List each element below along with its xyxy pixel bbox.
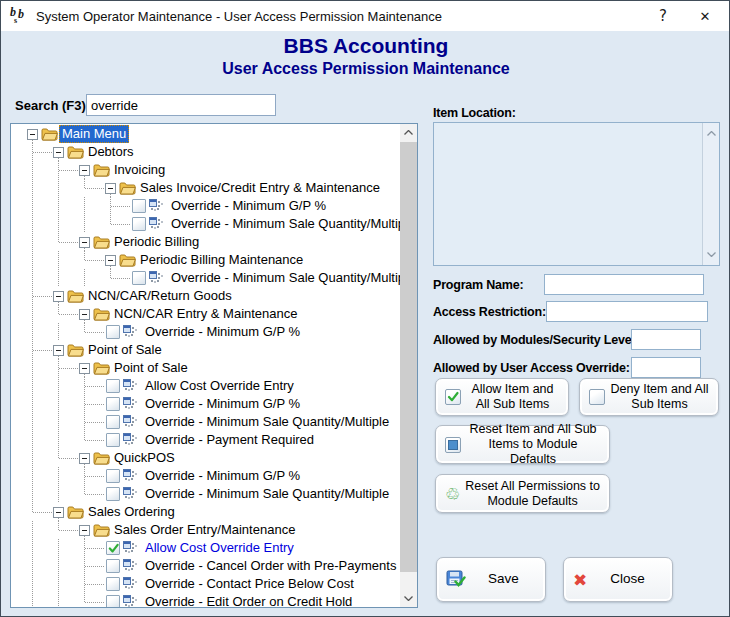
scrollbar-thumb[interactable]	[400, 142, 417, 572]
collapse-toggle[interactable]	[53, 291, 64, 302]
search-input[interactable]	[86, 94, 276, 116]
modules-security-level-input[interactable]	[631, 329, 701, 350]
reset-all-permissions-button[interactable]: ♲ Reset All Permissions to Module Defaul…	[435, 474, 610, 513]
tree-leaf-row[interactable]: Override - Minimum Sale Quantity/Multipl…	[11, 413, 400, 431]
tree-item-label[interactable]: Override - Cancel Order with Pre-Payment…	[142, 557, 399, 575]
tree-folder-row[interactable]: Main Menu	[11, 125, 400, 143]
tree-folder-row[interactable]: Invoicing	[11, 161, 400, 179]
permission-checkbox[interactable]	[106, 487, 120, 501]
tree-item-label[interactable]: Override - Minimum G/P %	[142, 323, 303, 341]
access-restriction-input[interactable]	[546, 301, 708, 322]
collapse-toggle[interactable]	[53, 345, 64, 356]
tree-folder-row[interactable]: Sales Invoice/Credit Entry & Maintenance	[11, 179, 400, 197]
permission-checkbox[interactable]	[132, 271, 146, 285]
tree-item-label[interactable]: NCN/CAR Entry & Maintenance	[111, 305, 301, 323]
tree-folder-row[interactable]: NCN/CAR/Return Goods	[11, 287, 400, 305]
tree-item-label[interactable]: Invoicing	[111, 161, 168, 179]
item-location-scrollbar[interactable]	[702, 123, 719, 265]
collapse-toggle[interactable]	[79, 165, 90, 176]
tree-leaf-row[interactable]: Override - Minimum G/P %	[11, 197, 400, 215]
tree-leaf-row[interactable]: Override - Minimum Sale Quantity/Multipl…	[11, 485, 400, 503]
window-close-button[interactable]: ✕	[687, 1, 723, 31]
user-access-override-input[interactable]	[631, 357, 701, 378]
collapse-toggle[interactable]	[79, 525, 90, 536]
program-name-input[interactable]	[544, 274, 704, 295]
scroll-down-arrow-icon[interactable]	[703, 246, 720, 263]
collapse-toggle[interactable]	[79, 237, 90, 248]
tree-item-label[interactable]: Sales Order Entry/Maintenance	[111, 521, 298, 539]
tree-item-label[interactable]: NCN/CAR/Return Goods	[85, 287, 235, 305]
permission-checkbox[interactable]	[106, 577, 120, 591]
tree-leaf-row[interactable]: Override - Minimum G/P %	[11, 323, 400, 341]
permission-checkbox[interactable]	[106, 415, 120, 429]
help-button[interactable]: ?	[645, 1, 681, 31]
tree-item-label[interactable]: Override - Minimum Sale Quantity/Multipl…	[142, 413, 392, 431]
tree-item-label[interactable]: Override - Payment Required	[142, 431, 317, 449]
tree-item-label[interactable]: Override - Edit Order on Credit Hold	[142, 593, 355, 607]
tree-item-label[interactable]: Sales Invoice/Credit Entry & Maintenance	[137, 179, 383, 197]
tree-item-label[interactable]: QuickPOS	[111, 449, 178, 467]
tree-folder-row[interactable]: Point of Sale	[11, 341, 400, 359]
tree-leaf-row[interactable]: Override - Minimum G/P %	[11, 395, 400, 413]
tree-leaf-row[interactable]: Override - Payment Required	[11, 431, 400, 449]
tree-folder-row[interactable]: Periodic Billing	[11, 233, 400, 251]
tree-folder-row[interactable]: Debtors	[11, 143, 400, 161]
collapse-toggle[interactable]	[79, 309, 90, 320]
permission-checkbox[interactable]	[106, 433, 120, 447]
permission-checkbox[interactable]	[106, 595, 120, 607]
tree-folder-row[interactable]: Sales Ordering	[11, 503, 400, 521]
collapse-toggle[interactable]	[79, 363, 90, 374]
permission-checkbox[interactable]	[106, 469, 120, 483]
allow-item-button[interactable]: Allow Item and All Sub Items	[435, 378, 569, 416]
scroll-up-arrow-icon[interactable]	[400, 124, 417, 141]
tree-folder-row[interactable]: Periodic Billing Maintenance	[11, 251, 400, 269]
tree-folder-row[interactable]: Sales Order Entry/Maintenance	[11, 521, 400, 539]
tree-leaf-row[interactable]: Allow Cost Override Entry	[11, 377, 400, 395]
tree-leaf-row[interactable]: Override - Edit Order on Credit Hold	[11, 593, 400, 607]
collapse-toggle[interactable]	[53, 147, 64, 158]
scroll-down-arrow-icon[interactable]	[400, 590, 417, 607]
tree-item-label[interactable]: Main Menu	[59, 125, 129, 143]
tree-item-label[interactable]: Periodic Billing Maintenance	[137, 251, 306, 269]
tree-item-label[interactable]: Periodic Billing	[111, 233, 202, 251]
tree-item-label[interactable]: Override - Minimum G/P %	[142, 395, 303, 413]
tree-folder-row[interactable]: NCN/CAR Entry & Maintenance	[11, 305, 400, 323]
tree-leaf-row[interactable]: Override - Cancel Order with Pre-Payment…	[11, 557, 400, 575]
tree-item-label[interactable]: Point of Sale	[85, 341, 165, 359]
tree-item-label[interactable]: Override - Minimum G/P %	[168, 197, 329, 215]
collapse-toggle[interactable]	[27, 129, 38, 140]
permission-checkbox[interactable]	[106, 559, 120, 573]
tree-item-label[interactable]: Override - Minimum Sale Quantity/Multipl…	[142, 485, 392, 503]
tree-leaf-row[interactable]: Allow Cost Override Entry	[11, 539, 400, 557]
permission-checkbox[interactable]	[132, 199, 146, 213]
permission-checkbox[interactable]	[106, 397, 120, 411]
tree-leaf-row[interactable]: Override - Contact Price Below Cost	[11, 575, 400, 593]
collapse-toggle[interactable]	[79, 453, 90, 464]
permission-checkbox[interactable]	[106, 379, 120, 393]
tree-item-label[interactable]: Override - Contact Price Below Cost	[142, 575, 357, 593]
tree-leaf-row[interactable]: Override - Minimum Sale Quantity/Multipl…	[11, 215, 400, 233]
permission-checkbox[interactable]	[132, 217, 146, 231]
collapse-toggle[interactable]	[105, 255, 116, 266]
tree-item-label[interactable]: Point of Sale	[111, 359, 191, 377]
tree-item-label[interactable]: Allow Cost Override Entry	[142, 377, 297, 395]
close-button[interactable]: ✖ Close	[563, 557, 673, 602]
collapse-toggle[interactable]	[53, 507, 64, 518]
tree-leaf-row[interactable]: Override - Minimum Sale Quantity/Multipl…	[11, 269, 400, 287]
permission-checkbox[interactable]	[106, 541, 120, 555]
tree-item-label[interactable]: Override - Minimum G/P %	[142, 467, 303, 485]
scroll-up-arrow-icon[interactable]	[703, 125, 720, 142]
reset-item-button[interactable]: Reset Item and All Sub Items to Module D…	[435, 425, 610, 464]
save-button[interactable]: Save	[436, 557, 546, 602]
tree-item-label[interactable]: Sales Ordering	[85, 503, 178, 521]
tree-folder-row[interactable]: Point of Sale	[11, 359, 400, 377]
tree-item-label[interactable]: Override - Minimum Sale Quantity/Multipl…	[168, 215, 400, 233]
tree-folder-row[interactable]: QuickPOS	[11, 449, 400, 467]
tree-item-label[interactable]: Allow Cost Override Entry	[142, 539, 297, 557]
tree-item-label[interactable]: Debtors	[85, 143, 137, 161]
deny-item-button[interactable]: Deny Item and All Sub Items	[579, 378, 719, 416]
collapse-toggle[interactable]	[105, 183, 116, 194]
tree-item-label[interactable]: Override - Minimum Sale Quantity/Multipl…	[168, 269, 400, 287]
permission-checkbox[interactable]	[106, 325, 120, 339]
tree-leaf-row[interactable]: Override - Minimum G/P %	[11, 467, 400, 485]
